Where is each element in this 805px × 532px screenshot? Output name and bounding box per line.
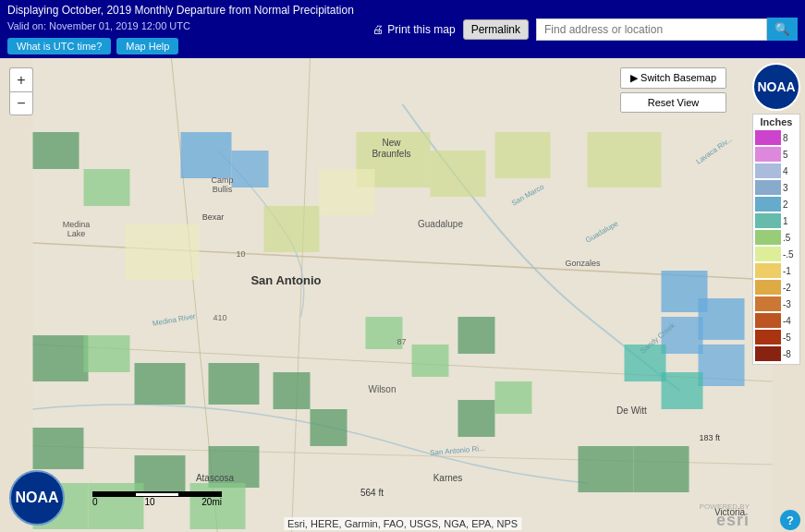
utc-button[interactable]: What is UTC time? [7,38,111,54]
svg-rect-26 [495,381,532,414]
svg-rect-41 [126,224,200,280]
svg-rect-18 [634,446,689,492]
esri-logo: POWERED BY esri [700,502,750,530]
page-title: Displaying October, 2019 Monthly Departu… [7,4,354,17]
noaa-logo: NOAA [752,63,800,111]
header: Displaying October, 2019 Monthly Departu… [0,0,805,58]
legend-item: -.5 [755,246,798,262]
print-icon: 🖨 [372,23,384,36]
legend-color-swatch [755,313,781,328]
svg-rect-20 [84,335,130,372]
svg-rect-6 [33,132,79,169]
legend-item: 2 [755,196,798,212]
valid-time: Valid on: November 01, 2019 12:00 UTC [7,20,354,31]
svg-rect-30 [699,298,745,340]
attribution: Esri, HERE, Garmin, FAO, USGS, NGA, EPA,… [284,517,521,530]
svg-rect-19 [84,169,130,206]
svg-text:410: 410 [213,313,227,322]
legend-item: 1 [755,212,798,229]
legend-value: 4 [783,166,788,176]
noaa-text: NOAA [757,79,795,94]
svg-rect-31 [699,345,745,386]
legend-color-swatch [755,180,781,195]
permalink-button[interactable]: Permalink [463,19,529,40]
switch-basemap-button[interactable]: ▶ Switch Basemap [620,67,726,89]
legend-item: 4 [755,163,798,179]
map-controls: ▶ Switch Basemap Reset View [620,67,726,113]
legend-color-swatch [755,197,781,212]
powered-by-label: POWERED BY [700,502,750,511]
svg-text:Guadalupe: Guadalupe [418,219,463,229]
print-button[interactable]: 🖨 Print this map [372,23,455,36]
svg-text:Bexar: Bexar [202,212,225,222]
help-button[interactable]: ? [780,510,800,530]
legend-color-swatch [755,346,781,361]
zoom-controls: + − [9,67,33,115]
legend-color-swatch [755,263,781,278]
svg-rect-40 [320,169,375,215]
svg-rect-27 [181,132,232,178]
legend-item: -1 [755,262,798,279]
legend-value: -5 [783,332,791,343]
svg-text:Karnes: Karnes [433,473,463,483]
zoom-out-button[interactable]: − [9,91,33,115]
legend-color-swatch [755,247,781,261]
scale-labels: 0 10 20mi [92,497,222,507]
map-svg: New Braunfels San Antonio Medina Lake Ca… [0,58,805,532]
header-buttons: What is UTC time? Map Help [7,38,354,54]
reset-view-button[interactable]: Reset View [620,92,726,113]
scale-0: 0 [92,497,98,507]
legend-color-swatch [755,213,781,228]
map-help-button[interactable]: Map Help [116,38,178,54]
svg-text:10: 10 [237,249,246,259]
svg-rect-36 [431,151,486,197]
svg-text:New: New [382,138,401,148]
noaa-circle-logo: NOAA [9,470,65,526]
legend-value: 5 [783,150,788,160]
svg-rect-28 [232,151,269,187]
search-container: 🔍 [536,18,798,41]
legend-color-swatch [755,296,781,311]
legend-color-swatch [755,147,781,162]
svg-rect-39 [264,206,320,252]
svg-text:Bullis: Bullis [213,185,233,194]
scale-10: 10 [144,497,154,507]
svg-text:De Witt: De Witt [616,405,647,416]
esri-text: esri [716,511,750,530]
svg-text:87: 87 [397,337,407,346]
svg-rect-15 [458,317,495,354]
legend-value: -.5 [783,249,794,260]
legend-color-swatch [755,130,781,145]
legend-item: -8 [755,345,798,362]
legend-value: -2 [783,283,791,293]
legend-color-swatch [755,163,781,178]
search-button[interactable]: 🔍 [767,18,798,41]
legend-item: -5 [755,329,798,345]
svg-rect-14 [311,409,348,446]
print-label: Print this map [387,23,455,36]
legend-item: 8 [755,129,798,146]
legend-value: -4 [783,316,791,326]
scale-20: 20mi [201,497,222,507]
svg-rect-13 [274,372,311,409]
svg-rect-8 [33,428,84,469]
legend-item: 5 [755,146,798,163]
svg-rect-17 [579,446,634,492]
svg-rect-11 [209,363,260,405]
legend-value: -3 [783,299,791,309]
scale-feet-2: 183 ft [699,433,720,442]
svg-rect-7 [33,335,89,381]
svg-text:Medina: Medina [63,220,91,229]
legend-value: 1 [783,216,788,226]
legend-title: Inches [755,116,798,127]
legend-color-swatch [755,280,781,295]
map-container: New Braunfels San Antonio Medina Lake Ca… [0,58,805,532]
legend-item: -2 [755,279,798,296]
legend-value: 3 [783,183,788,193]
search-input[interactable] [536,18,767,41]
legend: Inches 8 5 4 3 2 1 .5 -.5 -1 [752,114,800,365]
zoom-in-button[interactable]: + [9,67,33,91]
scale-feet: 564 ft [360,488,384,498]
noaa-circle-text: NOAA [15,490,58,506]
svg-text:Camp: Camp [211,175,233,185]
